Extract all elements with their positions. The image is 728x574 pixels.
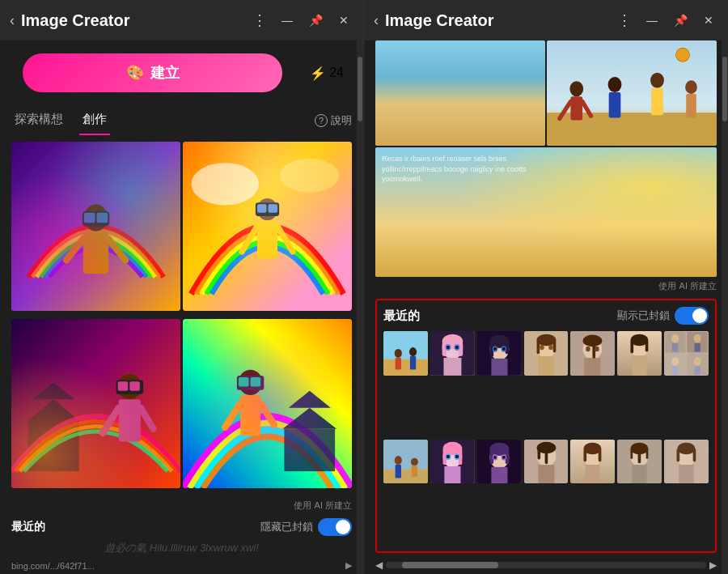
svg-marker-20: [28, 399, 79, 420]
svg-rect-158: [412, 465, 417, 476]
scroll-thumb-right[interactable]: [402, 562, 498, 568]
svg-point-167: [447, 454, 451, 458]
thumbnail-4[interactable]: [524, 331, 569, 376]
svg-rect-39: [251, 377, 261, 386]
lightning-count: 24: [329, 66, 344, 80]
scrollbar-thumb-right-panel[interactable]: [722, 57, 727, 121]
svg-point-85: [660, 197, 676, 215]
pin-button-right[interactable]: 📌: [669, 11, 692, 30]
svg-rect-90: [694, 212, 707, 241]
svg-point-1: [84, 204, 108, 231]
svg-point-81: [602, 193, 620, 212]
recent-header-right: 最近的 顯示已封鎖: [383, 307, 709, 325]
dots-menu-button[interactable]: ⋮: [249, 8, 270, 32]
recent-label-left: 最近的: [11, 520, 45, 534]
svg-rect-27: [118, 381, 129, 390]
svg-line-87: [649, 223, 661, 241]
close-button-right[interactable]: ✕: [699, 11, 718, 30]
svg-rect-197: [646, 448, 649, 458]
toggle-blocked-left[interactable]: [318, 518, 352, 536]
svg-rect-86: [661, 215, 675, 244]
blocked-label-right: 顯示已封鎖: [617, 308, 670, 323]
minimize-button-right[interactable]: —: [641, 11, 662, 30]
back-button-right[interactable]: ‹: [374, 12, 379, 29]
svg-point-33: [239, 369, 262, 394]
thumbnail-2[interactable]: [430, 331, 475, 376]
svg-line-80: [489, 224, 502, 243]
svg-rect-193: [633, 465, 647, 484]
svg-line-79: [458, 224, 472, 244]
scroll-right-icon-left[interactable]: ▶: [345, 560, 352, 571]
toggle-blocked-right[interactable]: [675, 307, 709, 325]
svg-rect-34: [240, 395, 260, 436]
svg-point-118: [502, 347, 506, 351]
back-button[interactable]: ‹: [10, 12, 15, 29]
beach-image-top-left[interactable]: [375, 40, 545, 146]
right-panel: ‹ Image Creator ⋮ — 📌 ✕: [364, 0, 728, 574]
thumbnail-9[interactable]: [430, 440, 475, 484]
scroll-track-right[interactable]: [386, 562, 706, 568]
scroll-right-icon-right[interactable]: ▶: [709, 559, 717, 571]
svg-rect-49: [430, 103, 440, 126]
svg-rect-196: [631, 448, 633, 458]
tab-explore[interactable]: 探索構想: [11, 105, 66, 135]
blocked-toggle-right: 顯示已封鎖: [617, 307, 709, 325]
svg-point-9: [191, 163, 259, 205]
grid-image-vr4[interactable]: [183, 319, 352, 488]
svg-rect-18: [11, 319, 180, 488]
svg-rect-66: [686, 94, 696, 117]
thumbnail-7[interactable]: [664, 331, 709, 376]
svg-rect-37: [237, 376, 264, 390]
svg-rect-123: [536, 339, 540, 354]
thumbnail-6[interactable]: [617, 331, 662, 376]
svg-rect-121: [538, 356, 554, 376]
beach-image-bottom-full[interactable]: Recas ir rbaies roef reoaser sels brses …: [375, 147, 717, 277]
help-button[interactable]: ? 說明: [315, 113, 352, 128]
svg-rect-82: [603, 212, 619, 244]
svg-point-45: [472, 57, 484, 70]
svg-rect-6: [84, 213, 95, 223]
svg-line-84: [619, 222, 630, 240]
svg-rect-23: [119, 399, 141, 441]
grid-image-vr3[interactable]: [11, 319, 180, 488]
thumbnail-5[interactable]: [570, 331, 615, 376]
svg-rect-69: [375, 236, 717, 277]
svg-point-147: [694, 334, 701, 343]
thumbnail-8[interactable]: [383, 440, 428, 484]
create-button[interactable]: 🎨 建立: [23, 53, 282, 92]
svg-rect-171: [491, 466, 507, 483]
tab-create[interactable]: 創作: [79, 105, 110, 135]
thumbnail-10[interactable]: [477, 440, 522, 484]
close-button[interactable]: ✕: [334, 11, 353, 30]
svg-rect-203: [693, 448, 696, 461]
beach-image-top-right[interactable]: [547, 40, 717, 146]
svg-rect-146: [672, 343, 678, 352]
svg-line-14: [277, 227, 293, 252]
thumbnail-3[interactable]: [477, 331, 522, 376]
scroll-left-icon-right[interactable]: ◀: [375, 559, 383, 571]
recent-section-right: 最近的 顯示已封鎖: [375, 299, 717, 553]
minimize-button[interactable]: —: [277, 11, 298, 30]
pin-button[interactable]: 📌: [304, 11, 328, 30]
grid-image-vr2[interactable]: [183, 142, 352, 311]
thumbnail-11[interactable]: [524, 440, 569, 484]
grid-image-vr1[interactable]: [11, 142, 180, 311]
scrollbar-thumb-left[interactable]: [358, 57, 362, 121]
scrollbar-right-panel-right[interactable]: [722, 40, 728, 574]
svg-rect-26: [116, 380, 143, 394]
svg-line-36: [260, 403, 274, 424]
svg-rect-150: [672, 366, 678, 375]
svg-rect-124: [552, 339, 556, 352]
dots-menu-button-right[interactable]: ⋮: [614, 8, 635, 32]
thumbnail-1[interactable]: [383, 331, 428, 376]
svg-rect-189: [584, 448, 587, 461]
svg-point-65: [685, 80, 697, 94]
thumbnail-13[interactable]: [617, 440, 662, 484]
scrollbar-right-left[interactable]: [357, 40, 363, 574]
svg-point-157: [411, 457, 418, 465]
thumbnail-12[interactable]: [570, 440, 615, 484]
thumbnail-14[interactable]: [664, 440, 709, 484]
svg-line-35: [225, 403, 240, 427]
svg-rect-17: [269, 204, 277, 212]
svg-point-126: [548, 345, 552, 350]
